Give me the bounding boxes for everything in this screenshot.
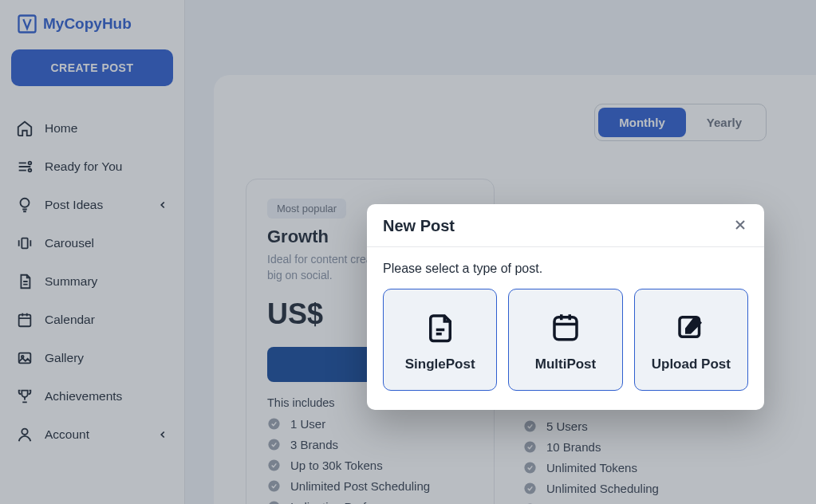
svg-rect-19 xyxy=(554,317,577,340)
single-post-icon xyxy=(424,310,457,344)
close-icon xyxy=(732,217,748,233)
multi-post-icon xyxy=(549,310,582,344)
new-post-modal: New Post Please select a type of post. S… xyxy=(367,204,764,410)
upload-post-icon xyxy=(674,310,708,344)
modal-prompt: Please select a type of post. xyxy=(383,262,748,276)
post-type-option-single[interactable]: SinglePost xyxy=(383,289,497,391)
post-type-option-upload[interactable]: Upload Post xyxy=(634,289,748,391)
post-type-option-multi[interactable]: MultiPost xyxy=(508,289,622,391)
modal-overlay[interactable]: New Post Please select a type of post. S… xyxy=(0,0,816,504)
modal-close-button[interactable] xyxy=(732,217,748,235)
option-label: SinglePost xyxy=(405,356,475,372)
option-label: Upload Post xyxy=(652,356,731,372)
option-label: MultiPost xyxy=(535,356,597,372)
modal-title: New Post xyxy=(383,217,455,235)
